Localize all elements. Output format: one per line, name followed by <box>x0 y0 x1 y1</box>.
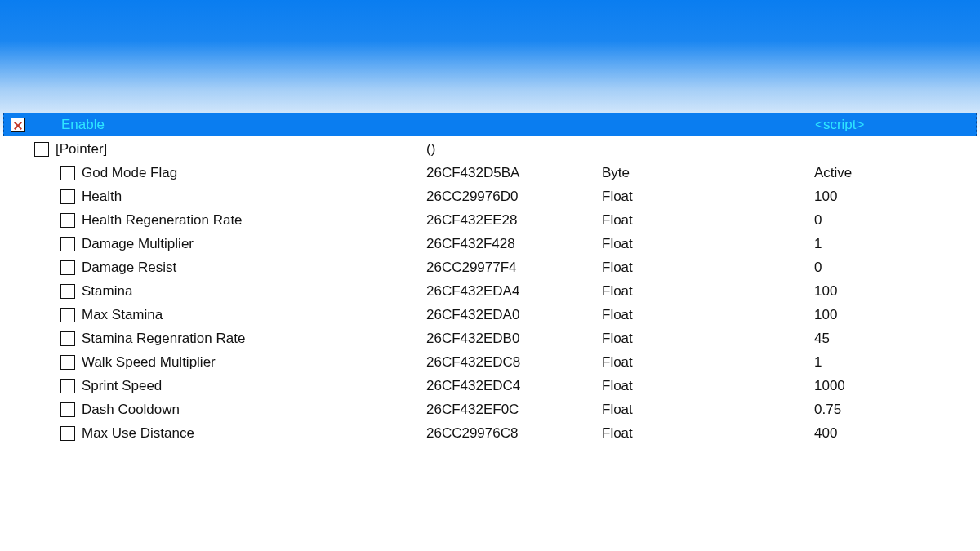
table-row[interactable]: Health Regeneration Rate26CF432EE28Float… <box>3 208 977 232</box>
entry-value[interactable]: 0 <box>814 260 977 276</box>
entry-address[interactable]: 26CF432D5BA <box>426 165 602 181</box>
table-row[interactable]: Dash Cooldown26CF432EF0CFloat0.75 <box>3 398 977 421</box>
table-row[interactable]: Health26CC29976D0Float100 <box>3 184 977 208</box>
table-row[interactable]: Stamina Regenration Rate26CF432EDB0Float… <box>3 327 977 350</box>
entry-value[interactable]: 0 <box>814 212 977 229</box>
table-row[interactable]: Damage Multiplier26CF432F428Float1 <box>3 232 977 256</box>
entry-type[interactable]: Float <box>602 260 814 276</box>
entry-label: Health <box>82 189 122 205</box>
pointer-address[interactable]: () <box>426 141 602 158</box>
entry-address[interactable]: 26CF432EDA0 <box>426 307 602 323</box>
entry-type[interactable]: Float <box>602 307 814 323</box>
entry-label: Stamina Regenration Rate <box>82 331 245 347</box>
entry-checkbox[interactable] <box>60 355 75 370</box>
cheat-table: Enable <script> [Pointer] () God Mode Fl… <box>3 113 977 450</box>
entry-type[interactable]: Float <box>602 402 814 418</box>
pointer-checkbox[interactable] <box>34 142 49 157</box>
entry-label: Sprint Speed <box>82 378 162 394</box>
table-row[interactable]: God Mode Flag26CF432D5BAByteActive <box>3 161 977 184</box>
entry-type[interactable]: Float <box>602 425 814 442</box>
table-body: [Pointer] () God Mode Flag26CF432D5BAByt… <box>3 136 977 450</box>
entry-label: Damage Multiplier <box>82 236 194 252</box>
entry-address[interactable]: 26CF432EF0C <box>426 402 602 418</box>
entry-address[interactable]: 26CF432EDB0 <box>426 331 602 347</box>
enable-checkbox[interactable] <box>11 118 25 132</box>
entry-value[interactable]: 1 <box>814 236 977 252</box>
entry-checkbox[interactable] <box>60 260 75 275</box>
entry-address[interactable]: 26CF432EE28 <box>426 212 602 229</box>
entry-checkbox[interactable] <box>60 237 75 251</box>
entry-address[interactable]: 26CC29977F4 <box>426 260 602 276</box>
entry-address[interactable]: 26CF432EDC8 <box>426 354 602 371</box>
entry-value[interactable]: Active <box>814 165 977 181</box>
entry-label: Walk Speed Multiplier <box>82 354 216 371</box>
entry-value[interactable]: 1 <box>814 354 977 371</box>
entry-checkbox[interactable] <box>60 213 75 228</box>
entry-value[interactable]: 45 <box>814 331 977 347</box>
entry-label: Max Use Distance <box>82 425 194 442</box>
entry-type[interactable]: Float <box>602 331 814 347</box>
entry-checkbox[interactable] <box>60 189 75 204</box>
entry-type[interactable]: Float <box>602 189 814 205</box>
table-row[interactable]: Damage Resist26CC29977F4Float0 <box>3 256 977 279</box>
entry-checkbox[interactable] <box>60 426 75 441</box>
enable-script-label: <script> <box>815 117 976 133</box>
entry-label: Max Stamina <box>82 307 163 323</box>
entry-value[interactable]: 100 <box>814 283 977 300</box>
entry-label: God Mode Flag <box>82 165 177 181</box>
entry-checkbox[interactable] <box>60 379 75 393</box>
table-row[interactable]: Stamina26CF432EDA4Float100 <box>3 279 977 303</box>
entry-value[interactable]: 0.75 <box>814 402 977 418</box>
entry-checkbox[interactable] <box>60 402 75 417</box>
entry-type[interactable]: Float <box>602 283 814 300</box>
entry-label: Damage Resist <box>82 260 176 276</box>
entry-address[interactable]: 26CF432F428 <box>426 236 602 252</box>
entry-label: Dash Cooldown <box>82 402 180 418</box>
entry-address[interactable]: 26CC29976D0 <box>426 189 602 205</box>
entry-type[interactable]: Float <box>602 212 814 229</box>
entry-type[interactable]: Byte <box>602 165 814 181</box>
entry-address[interactable]: 26CF432EDA4 <box>426 283 602 300</box>
entry-checkbox[interactable] <box>60 331 75 346</box>
entry-type[interactable]: Float <box>602 354 814 371</box>
table-row[interactable]: Max Use Distance26CC29976C8Float400 <box>3 421 977 445</box>
entry-address[interactable]: 26CC29976C8 <box>426 425 602 442</box>
table-row[interactable]: Max Stamina26CF432EDA0Float100 <box>3 303 977 327</box>
entry-checkbox[interactable] <box>60 284 75 299</box>
enable-label: Enable <box>61 117 105 133</box>
entry-address[interactable]: 26CF432EDC4 <box>426 378 602 394</box>
entry-label: Health Regeneration Rate <box>82 212 243 229</box>
entry-checkbox[interactable] <box>60 308 75 322</box>
enable-row[interactable]: Enable <script> <box>3 113 977 136</box>
table-row[interactable]: Walk Speed Multiplier26CF432EDC8Float1 <box>3 350 977 374</box>
entry-value[interactable]: 400 <box>814 425 977 442</box>
entry-type[interactable]: Float <box>602 378 814 394</box>
entry-value[interactable]: 100 <box>814 307 977 323</box>
entry-value[interactable]: 1000 <box>814 378 977 394</box>
entry-checkbox[interactable] <box>60 166 75 180</box>
table-row[interactable]: Sprint Speed26CF432EDC4Float1000 <box>3 374 977 398</box>
entry-label: Stamina <box>82 283 132 300</box>
entry-value[interactable]: 100 <box>814 189 977 205</box>
entry-type[interactable]: Float <box>602 236 814 252</box>
pointer-label: [Pointer] <box>56 141 107 158</box>
pointer-row[interactable]: [Pointer] () <box>3 137 977 161</box>
